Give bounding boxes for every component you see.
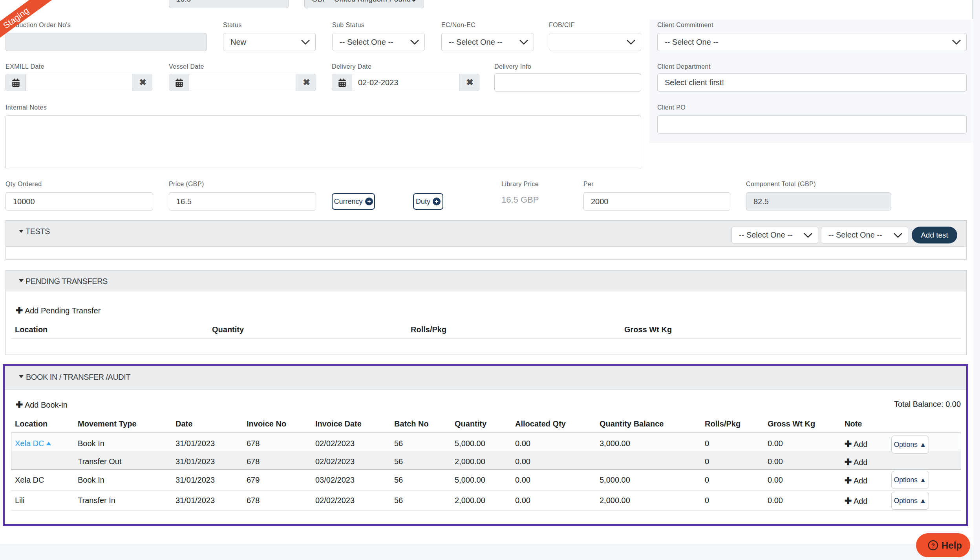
- svg-text:?: ?: [931, 542, 935, 549]
